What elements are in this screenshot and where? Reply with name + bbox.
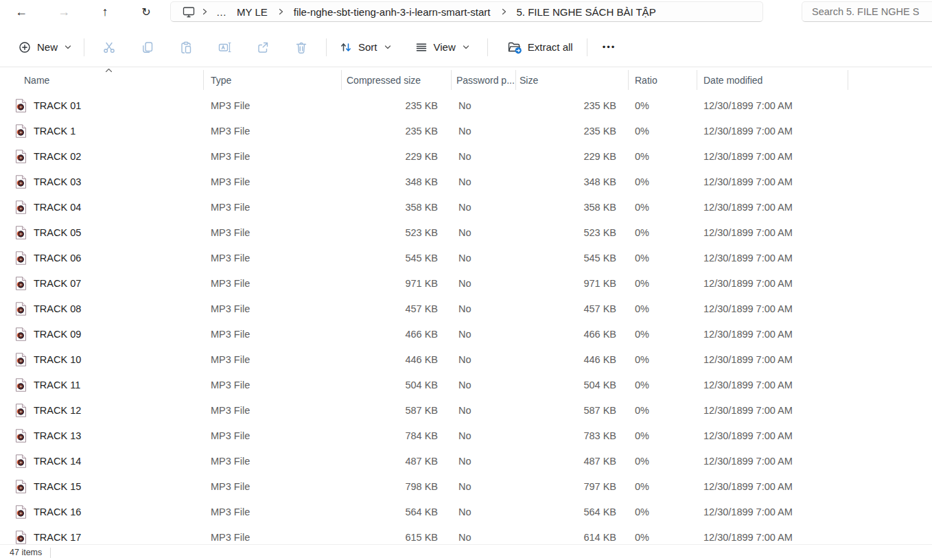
mp3-file-icon (15, 277, 27, 290)
column-header-name[interactable]: Name (0, 67, 204, 93)
column-header-date-modified[interactable]: Date modified (697, 67, 848, 93)
file-compressed-size: 504 KB (342, 380, 452, 390)
breadcrumb-item-current[interactable]: 5. FILE NGHE SÁCH BÀI TẬP (511, 4, 662, 20)
table-row[interactable]: TRACK 11 MP3 File 504 KB No 504 KB 0% 12… (0, 372, 932, 397)
table-row[interactable]: TRACK 14 MP3 File 487 KB No 487 KB 0% 12… (0, 448, 932, 474)
table-row[interactable]: TRACK 15 MP3 File 798 KB No 797 KB 0% 12… (0, 474, 932, 499)
new-button[interactable]: New (11, 35, 78, 60)
file-ratio: 0% (629, 151, 697, 162)
file-size: 523 KB (516, 227, 629, 238)
file-name: TRACK 08 (34, 303, 81, 314)
table-row[interactable]: TRACK 03 MP3 File 348 KB No 348 KB 0% 12… (0, 169, 932, 194)
file-compressed-size: 457 KB (342, 303, 452, 314)
file-compressed-size: 487 KB (342, 456, 452, 467)
column-header-type[interactable]: Type (204, 67, 342, 93)
column-header-compressed-size[interactable]: Compressed size (342, 67, 452, 93)
table-row[interactable]: TRACK 04 MP3 File 358 KB No 358 KB 0% 12… (0, 194, 932, 220)
sort-button[interactable]: Sort (332, 35, 398, 60)
file-name: TRACK 06 (34, 253, 81, 264)
mp3-file-icon (15, 480, 27, 493)
search-input[interactable] (811, 5, 932, 18)
mp3-file-icon (15, 378, 27, 392)
chevron-right-icon[interactable] (496, 8, 511, 15)
file-date-modified: 12/30/1899 7:00 AM (697, 227, 848, 238)
file-type: MP3 File (204, 456, 342, 467)
mp3-file-icon (15, 327, 27, 341)
this-pc-icon[interactable] (182, 5, 196, 19)
table-row[interactable]: TRACK 09 MP3 File 466 KB No 466 KB 0% 12… (0, 321, 932, 347)
see-more-button[interactable]: ••• (593, 42, 626, 52)
file-password: No (452, 354, 516, 365)
file-size: 487 KB (516, 456, 629, 467)
table-row[interactable]: TRACK 07 MP3 File 971 KB No 971 KB 0% 12… (0, 270, 932, 296)
mp3-file-icon (15, 404, 27, 417)
file-password: No (452, 456, 516, 467)
file-password: No (452, 532, 516, 543)
file-size: 235 KB (516, 126, 629, 137)
file-size: 457 KB (516, 303, 629, 314)
table-row[interactable]: TRACK 01 MP3 File 235 KB No 235 KB 0% 12… (0, 93, 932, 118)
table-row[interactable]: TRACK 16 MP3 File 564 KB No 564 KB 0% 12… (0, 499, 932, 524)
search-box[interactable] (802, 1, 932, 22)
items-count: 47 items (0, 548, 42, 557)
file-type: MP3 File (204, 405, 342, 416)
chevron-right-icon[interactable] (273, 8, 288, 15)
breadcrumb-overflow[interactable]: … (212, 6, 231, 18)
table-row[interactable]: TRACK 1 MP3 File 235 KB No 235 KB 0% 12/… (0, 118, 932, 143)
file-date-modified: 12/30/1899 7:00 AM (697, 278, 848, 289)
sort-button-label: Sort (358, 41, 377, 53)
file-compressed-size: 523 KB (342, 227, 452, 238)
view-icon (415, 40, 428, 54)
breadcrumb-item-my-le[interactable]: MY LE (231, 4, 273, 20)
mp3-file-icon (15, 353, 27, 366)
mp3-file-icon (15, 150, 27, 163)
extract-all-button[interactable]: Extract all (500, 35, 580, 60)
mp3-file-icon (15, 251, 27, 265)
copy-icon (141, 40, 154, 54)
mp3-file-icon (15, 454, 27, 468)
column-header-ratio[interactable]: Ratio (629, 67, 697, 93)
table-row[interactable]: TRACK 02 MP3 File 229 KB No 229 KB 0% 12… (0, 143, 932, 169)
file-password: No (452, 278, 516, 289)
file-size: 797 KB (516, 481, 629, 492)
address-bar[interactable]: … MY LE file-nghe-sbt-tieng-anh-3-i-lear… (170, 1, 763, 22)
file-size: 348 KB (516, 176, 629, 187)
column-header-password[interactable]: Password p... (452, 67, 516, 93)
table-row[interactable]: TRACK 06 MP3 File 545 KB No 545 KB 0% 12… (0, 245, 932, 270)
file-size: 783 KB (516, 430, 629, 441)
chevron-right-icon[interactable] (197, 8, 212, 15)
file-type: MP3 File (204, 176, 342, 187)
file-ratio: 0% (629, 506, 697, 517)
file-date-modified: 12/30/1899 7:00 AM (697, 532, 848, 543)
file-ratio: 0% (629, 405, 697, 416)
file-ratio: 0% (629, 329, 697, 340)
refresh-icon[interactable]: ↻ (135, 0, 158, 23)
breadcrumb-item-folder[interactable]: file-nghe-sbt-tieng-anh-3-i-learn-smart-… (288, 4, 496, 20)
file-password: No (452, 303, 516, 314)
file-type: MP3 File (204, 354, 342, 365)
file-password: No (452, 506, 516, 517)
toolbar-divider (84, 38, 84, 56)
view-button[interactable]: View (408, 35, 476, 60)
file-size: 358 KB (516, 202, 629, 213)
file-password: No (452, 481, 516, 492)
up-icon[interactable]: ↑ (93, 0, 117, 23)
file-type: MP3 File (204, 278, 342, 289)
file-ratio: 0% (629, 430, 697, 441)
file-name: TRACK 07 (34, 278, 81, 289)
table-row[interactable]: TRACK 10 MP3 File 446 KB No 446 KB 0% 12… (0, 347, 932, 372)
table-row[interactable]: TRACK 13 MP3 File 784 KB No 783 KB 0% 12… (0, 423, 932, 448)
mp3-file-icon (15, 175, 27, 189)
view-button-label: View (434, 41, 456, 53)
file-ratio: 0% (629, 202, 697, 213)
table-row[interactable]: TRACK 05 MP3 File 523 KB No 523 KB 0% 12… (0, 220, 932, 245)
file-size: 564 KB (516, 506, 629, 517)
column-header-size[interactable]: Size (516, 67, 629, 93)
table-row[interactable]: TRACK 08 MP3 File 457 KB No 457 KB 0% 12… (0, 296, 932, 321)
file-type: MP3 File (204, 202, 342, 213)
file-compressed-size: 466 KB (342, 329, 452, 340)
forward-icon: → (52, 0, 75, 23)
chevron-down-icon (463, 44, 469, 50)
back-icon[interactable]: ← (10, 0, 33, 23)
table-row[interactable]: TRACK 12 MP3 File 587 KB No 587 KB 0% 12… (0, 397, 932, 423)
